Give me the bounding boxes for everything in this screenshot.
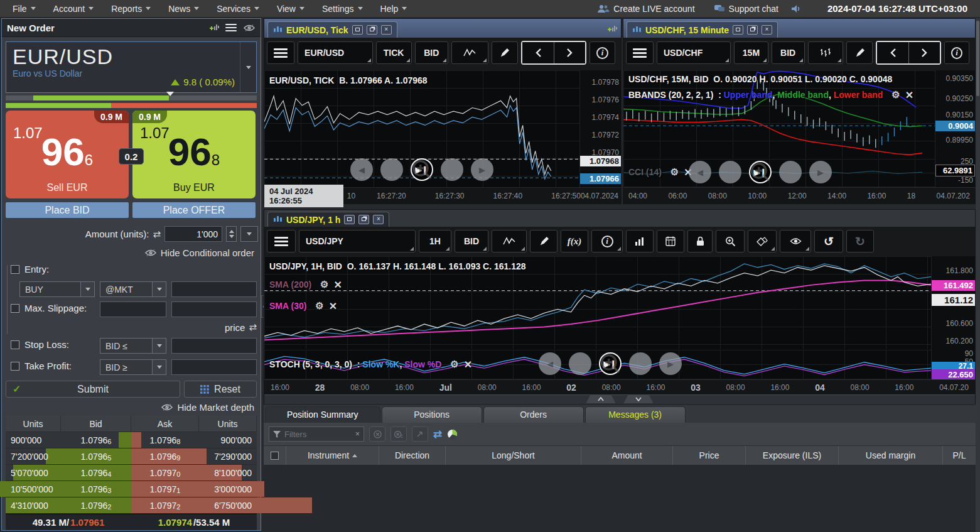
right-scrollbar[interactable]: [976, 18, 980, 532]
chart-type-icon[interactable]: [492, 230, 527, 252]
close-icon[interactable]: ×: [762, 25, 772, 35]
close-icon[interactable]: ×: [373, 215, 384, 224]
zoom-icon[interactable]: [716, 230, 745, 252]
symbol-select[interactable]: USD/JPY: [299, 230, 416, 252]
clear-filter-icon[interactable]: ×: [355, 430, 360, 438]
swap-amount-icon[interactable]: ⇄: [153, 229, 161, 240]
take-profit-cond-select[interactable]: BID ≥: [100, 359, 166, 375]
draw-icon[interactable]: [530, 230, 557, 252]
pie-chart-icon[interactable]: [447, 429, 458, 440]
close-all-icon[interactable]: Σ: [390, 426, 407, 442]
indicator-settings-icon[interactable]: ⚙: [320, 279, 328, 291]
restore-icon[interactable]: [358, 215, 369, 224]
stop-loss-checkbox[interactable]: [11, 340, 19, 349]
depth-row[interactable]: 900'000 1.07966 1.07968 900'000: [6, 432, 257, 448]
entry-price-input[interactable]: [171, 281, 257, 297]
hide-conditional-toggle[interactable]: Hide Conditional order: [144, 247, 254, 258]
chart-scroll-strip[interactable]: [264, 394, 975, 404]
panel-menu-icon[interactable]: [225, 24, 237, 31]
tab-orders[interactable]: Orders: [483, 406, 584, 423]
submit-button[interactable]: ✓ Submit: [6, 381, 180, 398]
hedge-icon[interactable]: [412, 426, 428, 442]
transfer-icon[interactable]: ⇄: [433, 428, 442, 441]
hide-panel-eye-icon[interactable]: [243, 24, 256, 32]
indicator-settings-icon[interactable]: ⚙: [891, 89, 900, 101]
price-type-select[interactable]: BID: [772, 41, 805, 64]
usdchf-cci-pane[interactable]: CCI (14) ⚙✕ ◀ ▶❙ ▶: [623, 159, 935, 187]
chart-type-icon[interactable]: [808, 41, 843, 64]
chart-forward-icon[interactable]: [554, 42, 585, 63]
indicator-remove-icon[interactable]: ✕: [329, 300, 337, 312]
take-profit-input[interactable]: [171, 359, 257, 375]
indicator-settings-icon[interactable]: ⚙: [315, 300, 323, 312]
calendar-icon[interactable]: [657, 230, 684, 252]
depth-row[interactable]: 4'310'000 1.07962 1.07972 6'750'000: [6, 497, 257, 514]
chart-back-icon[interactable]: [522, 42, 554, 63]
eurusd-price-axis[interactable]: 1.07978 1.07976 1.07974 1.07972 1.07970 …: [579, 70, 621, 187]
amount-stepper[interactable]: [226, 226, 237, 242]
eurusd-time-axis[interactable]: 04 Jul 2024 16:26:55 10 16:27:20 16:27:3…: [264, 187, 621, 204]
zoom-in-icon[interactable]: [779, 161, 802, 183]
step-forward-icon[interactable]: ▶: [659, 352, 682, 375]
symbol-select[interactable]: USD/CHF: [657, 41, 731, 64]
period-select[interactable]: 15M: [734, 41, 768, 64]
stop-loss-cond-select[interactable]: BID ≤: [100, 338, 166, 354]
styles-icon[interactable]: [748, 230, 777, 252]
entry-type-select[interactable]: @MKT: [100, 281, 166, 297]
col-amount[interactable]: Amount: [581, 446, 673, 465]
chart-menu-icon[interactable]: [267, 230, 296, 252]
step-forward-icon[interactable]: ▶: [809, 161, 832, 183]
entry-side-select[interactable]: BUY: [19, 281, 95, 297]
positions-table-body[interactable]: [264, 465, 976, 532]
reset-button[interactable]: Reset: [184, 381, 257, 398]
usdjpy-stoch-pane[interactable]: STOCH (5, 3, 0, 3, 0) : Slow %K, Slow %D…: [264, 350, 931, 379]
buy-card[interactable]: 0.9 M 1.07 968 Buy EUR: [132, 111, 256, 198]
col-instrument[interactable]: Instrument: [286, 446, 379, 465]
usdchf-titlebar[interactable]: USD/CHF, 15 Minute ×: [623, 19, 975, 38]
indicator-settings-icon[interactable]: ⚙: [450, 359, 458, 371]
chart-menu-icon[interactable]: [626, 41, 654, 64]
amount-input[interactable]: [164, 226, 222, 242]
chart-forward-icon[interactable]: [908, 42, 940, 63]
menu-settings[interactable]: Settings: [313, 0, 372, 17]
col-direction[interactable]: Direction: [379, 446, 446, 465]
zoom-in-icon[interactable]: [441, 158, 463, 181]
draw-icon[interactable]: [846, 41, 873, 64]
redo-icon[interactable]: ↻: [846, 230, 874, 252]
period-select[interactable]: TICK: [376, 41, 412, 64]
indicator-remove-icon[interactable]: ✕: [905, 89, 913, 101]
menu-reports[interactable]: Reports: [102, 0, 159, 17]
menu-services[interactable]: Services: [208, 0, 268, 17]
select-all-checkbox[interactable]: [271, 452, 279, 460]
instrument-selector[interactable]: EUR/USD Euro vs US Dollar 9.8 ( 0.09%): [6, 41, 257, 93]
swap-price-icon[interactable]: ⇄: [249, 322, 257, 333]
depth-row[interactable]: 5'070'000 1.07964 1.07970 8'100'000: [6, 465, 257, 481]
sell-card[interactable]: 0.9 M 1.07 966 Sell EUR: [6, 111, 129, 198]
usdchf-price-axis[interactable]: 0.90350 0.90250 0.90150 0.9004 0.89950 2…: [935, 70, 975, 187]
usdjpy-tab[interactable]: USD/JPY, 1 h ×: [267, 212, 389, 227]
col-pl[interactable]: P/L: [943, 446, 976, 465]
col-exposure[interactable]: Exposure (ILS): [746, 446, 839, 465]
create-live-account-link[interactable]: Create LIVE account: [591, 4, 701, 14]
undo-icon[interactable]: ↺: [814, 230, 843, 252]
depth-row[interactable]: 10'500'000 1.07963 1.07971 3'000'000: [6, 481, 257, 497]
chart-menu-icon[interactable]: [267, 41, 294, 64]
usdjpy-plot[interactable]: USD/JPY, 1H, BID O. 161.137 H. 161.148 L…: [264, 256, 931, 349]
visibility-icon[interactable]: [780, 230, 811, 252]
price-type-select[interactable]: BID: [455, 230, 488, 252]
eurusd-titlebar[interactable]: EUR/USD, Tick ×: [264, 19, 621, 38]
minimize-icon[interactable]: [733, 25, 743, 35]
info-icon[interactable]: i: [590, 41, 615, 64]
minimize-icon[interactable]: [352, 25, 363, 35]
menu-account[interactable]: Account: [45, 0, 103, 17]
tab-positions[interactable]: Positions: [382, 406, 482, 423]
col-price[interactable]: Price: [673, 446, 746, 465]
max-slippage-input-2[interactable]: [171, 301, 257, 317]
max-slippage-checkbox[interactable]: [11, 304, 19, 313]
instrument-dropdown-caret[interactable]: [240, 42, 256, 92]
menu-file[interactable]: File: [4, 0, 45, 17]
stop-loss-input[interactable]: [171, 338, 257, 354]
draw-icon[interactable]: [492, 41, 518, 64]
usdjpy-time-axis[interactable]: 16:00 28 08:00 16:00 Jul 08:00 16:00 02 …: [264, 379, 975, 394]
minimize-icon[interactable]: [344, 215, 355, 224]
